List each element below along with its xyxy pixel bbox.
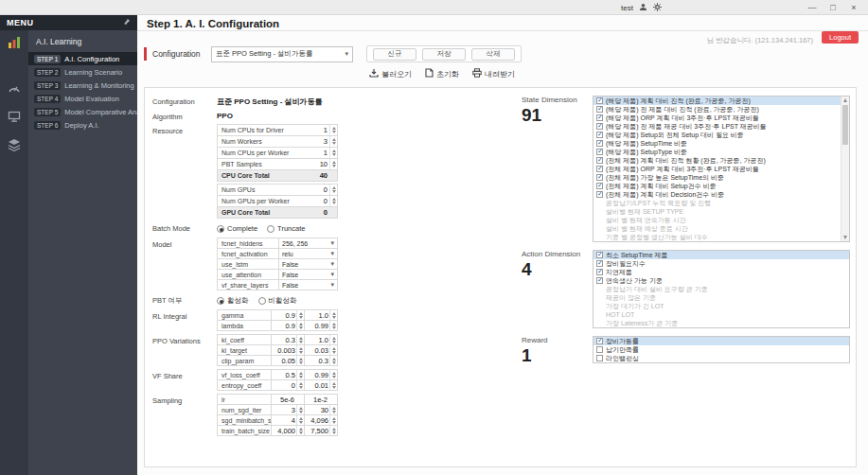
checkbox-icon[interactable] — [596, 277, 603, 284]
reset-button[interactable]: 초기화 — [425, 68, 459, 79]
checkbox-icon[interactable] — [596, 183, 603, 189]
spinner-control[interactable] — [329, 335, 337, 344]
spinner-control[interactable] — [329, 321, 337, 330]
configuration-select[interactable]: 표준 PPO Setting - 설비가동률 ▾ — [211, 46, 353, 62]
resource-field-value[interactable]: 1 — [301, 148, 329, 158]
spin-down-icon[interactable] — [332, 165, 336, 167]
sidebar-nav-item[interactable]: STEP 5 Model Comparative Analysis — [28, 105, 137, 118]
radio-option[interactable]: 활성화 — [217, 296, 249, 306]
close-button[interactable]: × — [843, 3, 864, 12]
max-value-input[interactable]: 1.0 — [304, 335, 337, 344]
maximize-button[interactable]: □ — [823, 3, 843, 12]
logout-button[interactable]: Logout — [822, 31, 859, 44]
spinner-control[interactable] — [329, 370, 337, 379]
resource-field-value[interactable]: 10 — [301, 159, 329, 169]
max-value-input[interactable]: 0.01 — [304, 380, 337, 390]
spin-down-icon[interactable] — [332, 190, 336, 193]
sidebar-nav-item[interactable]: STEP 4 Model Evaluation — [28, 92, 137, 105]
spinner-control[interactable] — [329, 125, 337, 135]
load-button[interactable]: 불러오기 — [369, 68, 412, 79]
delete-button[interactable]: 삭제 — [471, 48, 515, 61]
spin-down-icon[interactable] — [332, 153, 336, 156]
max-value-input[interactable]: 30 — [304, 405, 337, 414]
state-dimension-item[interactable]: 기종 별 공정별 생산가능 설비 대수 — [593, 233, 841, 241]
action-dimension-item[interactable]: 가장 Lateness가 큰 기종 — [593, 319, 849, 327]
spin-up-icon[interactable] — [332, 138, 336, 141]
checkbox-icon[interactable] — [596, 355, 603, 361]
checkbox-icon[interactable] — [596, 252, 603, 258]
max-value-input[interactable]: 0.99 — [304, 370, 337, 379]
checkbox-icon[interactable] — [596, 157, 603, 164]
spin-down-icon[interactable] — [332, 131, 336, 133]
checkbox-icon[interactable] — [596, 114, 603, 121]
min-value-input[interactable]: 0 — [271, 380, 304, 390]
ai-learning-module-icon[interactable] — [4, 32, 25, 53]
max-value-input[interactable]: 0.3 — [304, 356, 337, 365]
max-value-input[interactable]: 4,096 — [304, 415, 337, 425]
checkbox-icon[interactable] — [596, 106, 603, 113]
spinner-control[interactable] — [329, 185, 337, 195]
max-value-input[interactable]: 0.99 — [304, 321, 337, 330]
spin-up-icon[interactable] — [332, 161, 336, 164]
download-button[interactable]: 내려받기 — [472, 68, 515, 79]
resource-field-value[interactable]: 40 — [301, 170, 337, 181]
gauge-module-icon[interactable] — [4, 78, 25, 98]
max-value-input[interactable]: 1e-2 — [304, 395, 337, 404]
save-button[interactable]: 저장 — [422, 48, 466, 61]
spin-up-icon[interactable] — [332, 186, 336, 189]
spinner-control[interactable] — [296, 426, 304, 435]
min-value-input[interactable]: 5e-6 — [271, 395, 304, 404]
resource-field-value[interactable]: 1 — [301, 125, 329, 135]
spinner-control[interactable] — [296, 380, 304, 390]
spinner-control[interactable] — [329, 345, 337, 355]
sidebar-nav-item[interactable]: STEP 2 Learning Scenario — [28, 65, 137, 79]
min-value-input[interactable]: 0.9 — [271, 310, 304, 320]
min-value-input[interactable]: 0.003 — [271, 345, 304, 355]
max-value-input[interactable]: 1.0 — [304, 310, 337, 320]
spinner-control[interactable] — [296, 321, 304, 330]
resource-field-value[interactable]: 0 — [301, 207, 337, 218]
spinner-control[interactable] — [329, 415, 337, 425]
spin-up-icon[interactable] — [332, 127, 336, 130]
spinner-control[interactable] — [296, 310, 304, 320]
min-value-input[interactable]: 0.3 — [271, 335, 304, 344]
radio-option[interactable]: 비활성화 — [258, 296, 297, 306]
spinner-control[interactable] — [296, 370, 304, 379]
monitor-module-icon[interactable] — [4, 106, 25, 127]
layers-module-icon[interactable] — [4, 134, 25, 155]
spinner-control[interactable] — [296, 335, 304, 344]
checkbox-icon[interactable] — [596, 174, 603, 181]
spinner-control[interactable] — [329, 380, 337, 390]
resource-field-value[interactable]: 3 — [301, 136, 329, 147]
minimize-button[interactable]: — — [802, 3, 823, 12]
resource-field-value[interactable]: 0 — [301, 185, 329, 195]
spinner-control[interactable] — [329, 356, 337, 365]
spinner-control[interactable] — [329, 159, 337, 169]
scroll-up-icon[interactable] — [843, 98, 847, 102]
spin-down-icon[interactable] — [332, 202, 336, 204]
min-value-input[interactable]: 4 — [271, 415, 304, 425]
spinner-control[interactable] — [296, 356, 304, 365]
checkbox-icon[interactable] — [596, 269, 603, 275]
dropdown-select[interactable]: False ▾ — [278, 280, 337, 290]
radio-option[interactable]: Truncate — [267, 224, 305, 233]
max-value-input[interactable]: 7,500 — [304, 426, 337, 435]
spinner-control[interactable] — [329, 148, 337, 158]
action-dimension-item[interactable]: 가장 대기가 긴 LOT — [593, 302, 849, 310]
person-icon[interactable] — [639, 3, 647, 13]
new-button[interactable]: 신규 — [373, 48, 416, 61]
sidebar-nav-item[interactable]: STEP 1 A.I. Configuration — [28, 52, 137, 65]
spinner-control[interactable] — [329, 310, 337, 320]
spinner-control[interactable] — [296, 415, 304, 425]
min-value-input[interactable]: 0.9 — [271, 321, 304, 330]
checkbox-icon[interactable] — [596, 123, 603, 130]
checkbox-icon[interactable] — [596, 140, 603, 147]
checkbox-icon[interactable] — [596, 338, 603, 344]
checkbox-icon[interactable] — [596, 97, 603, 104]
scrollbar-thumb[interactable] — [842, 105, 848, 145]
spinner-control[interactable] — [296, 345, 304, 355]
checkbox-icon[interactable] — [596, 191, 603, 198]
radio-option[interactable]: Complete — [217, 224, 257, 233]
sidebar-nav-item[interactable]: STEP 3 Learning & Monitoring — [28, 79, 137, 92]
resource-field-value[interactable]: 0 — [301, 196, 329, 206]
